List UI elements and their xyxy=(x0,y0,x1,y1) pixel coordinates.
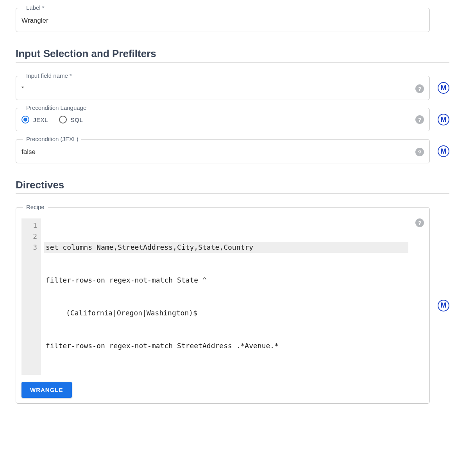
radio-sql[interactable]: SQL xyxy=(59,116,83,123)
input-field-name-fieldset: Input field name * ? xyxy=(16,76,430,100)
code-line: filter-rows-on regex-not-match State ^ xyxy=(44,275,408,286)
recipe-code[interactable]: set columns Name,StreetAddress,City,Stat… xyxy=(41,218,411,375)
precondition-language-fieldset: Precondition Language JEXL SQL ? xyxy=(16,108,430,131)
code-line: filter-rows-on regex-not-match StreetAdd… xyxy=(44,340,408,351)
label-input[interactable] xyxy=(21,15,424,26)
input-field-name-legend: Input field name * xyxy=(23,72,75,79)
macro-icon[interactable]: M xyxy=(438,300,449,311)
radio-sql-circle xyxy=(59,116,67,123)
macro-icon[interactable]: M xyxy=(438,82,449,94)
recipe-row: Recipe 1 2 3 set columns Name,StreetAddr… xyxy=(16,207,449,404)
recipe-editor[interactable]: 1 2 3 set columns Name,StreetAddress,Cit… xyxy=(21,218,411,375)
radio-jexl-label: JEXL xyxy=(33,116,48,123)
macro-icon[interactable]: M xyxy=(438,145,449,157)
input-field-name-input[interactable] xyxy=(21,83,411,94)
precondition-jexl-legend: Precondition (JEXL) xyxy=(23,136,81,142)
recipe-gutter: 1 2 3 xyxy=(21,218,41,375)
label-legend: Label * xyxy=(23,4,48,11)
section-rule xyxy=(16,193,449,194)
recipe-legend: Recipe xyxy=(23,204,48,210)
code-line: set columns Name,StreetAddress,City,Stat… xyxy=(44,242,408,253)
macro-icon[interactable]: M xyxy=(438,114,449,125)
section-rule xyxy=(16,62,449,63)
precondition-language-legend: Precondition Language xyxy=(23,104,89,111)
label-row: Label * xyxy=(16,8,449,32)
radio-jexl-circle xyxy=(21,116,29,123)
precondition-jexl-fieldset: Precondition (JEXL) ? xyxy=(16,139,430,163)
section-directives-title: Directives xyxy=(16,179,449,191)
precondition-language-radio-group: JEXL SQL xyxy=(21,116,411,123)
input-field-name-row: Input field name * ? M xyxy=(16,76,449,100)
help-icon[interactable]: ? xyxy=(415,84,424,93)
precondition-jexl-input[interactable] xyxy=(21,147,411,157)
help-icon[interactable]: ? xyxy=(415,115,424,124)
radio-sql-label: SQL xyxy=(71,116,83,123)
precondition-jexl-row: Precondition (JEXL) ? M xyxy=(16,139,449,163)
help-icon[interactable]: ? xyxy=(415,218,424,227)
section-input-prefilters-title: Input Selection and Prefilters xyxy=(16,48,449,60)
label-fieldset: Label * xyxy=(16,8,430,32)
wrangle-button[interactable]: WRANGLE xyxy=(21,382,72,398)
help-icon[interactable]: ? xyxy=(415,148,424,156)
radio-jexl[interactable]: JEXL xyxy=(21,116,48,123)
precondition-language-row: Precondition Language JEXL SQL ? M xyxy=(16,108,449,131)
gutter-line: 3 xyxy=(29,242,37,253)
gutter-line: 2 xyxy=(29,231,37,242)
recipe-fieldset: Recipe 1 2 3 set columns Name,StreetAddr… xyxy=(16,207,430,404)
gutter-line: 1 xyxy=(29,220,37,231)
code-line-wrap: (California|Oregon|Washington)$ xyxy=(44,308,408,319)
